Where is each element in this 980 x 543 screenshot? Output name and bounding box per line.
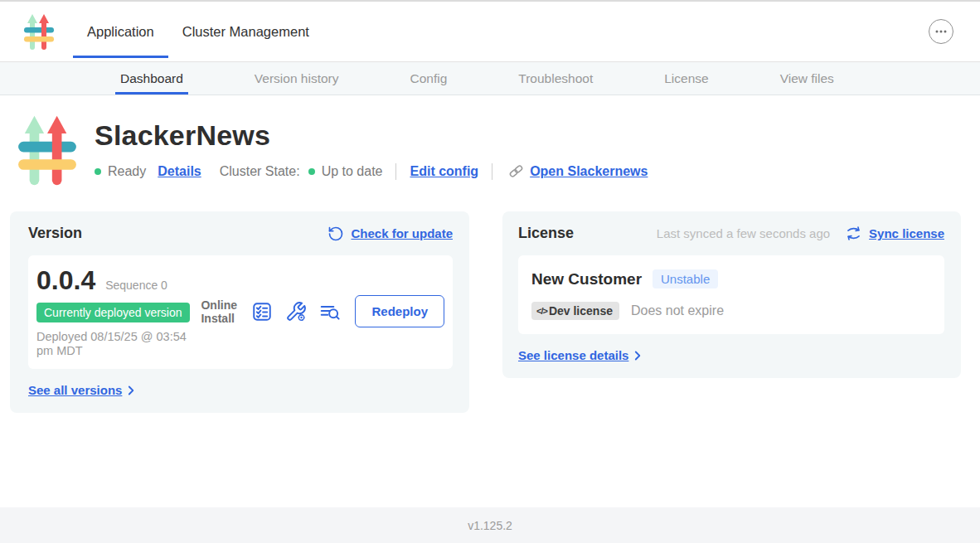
app-footer: v1.125.2	[0, 507, 980, 543]
subnav-item-version-history[interactable]: Version history	[250, 62, 344, 95]
subnav-view-files-label: View files	[780, 71, 834, 86]
app-status-dot	[95, 168, 101, 175]
version-actions: Online Install	[201, 295, 444, 327]
subnav-license-label: License	[664, 71, 708, 86]
page: Application Cluster Management Dashboard…	[0, 0, 980, 543]
header-tabs: Application Cluster Management	[73, 2, 323, 61]
tab-cluster-management-label: Cluster Management	[182, 24, 309, 40]
tab-cluster-management[interactable]: Cluster Management	[168, 2, 323, 61]
customer-name: New Customer	[531, 270, 642, 288]
license-card-title: License	[518, 225, 574, 242]
preflight-checks-button[interactable]	[251, 301, 273, 322]
subnav-item-dashboard[interactable]: Dashboard	[115, 62, 188, 95]
license-type-label: Dev license	[549, 304, 613, 318]
sync-license-group[interactable]: Sync license	[845, 225, 944, 242]
version-info: 0.0.4 Sequence 0 Currently deployed vers…	[36, 265, 201, 357]
edit-config-icon-button[interactable]	[285, 301, 307, 322]
version-sequence: Sequence 0	[105, 279, 167, 292]
cluster-state-label: Cluster State:	[220, 164, 300, 179]
current-version-panel: 0.0.4 Sequence 0 Currently deployed vers…	[28, 255, 453, 369]
subnav-troubleshoot-label: Troubleshoot	[518, 71, 593, 86]
app-status-text: Ready	[108, 164, 146, 179]
subnav-version-history-label: Version history	[255, 71, 339, 86]
app-hero: SlackerNews Ready Details Cluster State:…	[17, 109, 980, 190]
redeploy-button[interactable]: Redeploy	[355, 295, 444, 327]
see-license-details-link[interactable]: See license details	[518, 348, 628, 362]
subnav-dashboard-label: Dashboard	[120, 71, 183, 86]
chevron-right-icon	[128, 385, 135, 396]
ellipsis-icon	[934, 25, 948, 38]
lines-magnifier-icon	[319, 301, 341, 322]
app-logo-icon	[23, 11, 55, 52]
sync-license-link[interactable]: Sync license	[869, 226, 944, 240]
app-status-row: Ready Details Cluster State: Up to date …	[95, 162, 648, 180]
version-card: Version Check for update	[10, 211, 469, 413]
checklist-icon	[251, 301, 273, 322]
subnav-item-troubleshoot[interactable]: Troubleshoot	[513, 62, 598, 95]
license-expiration-text: Does not expire	[631, 303, 724, 318]
dashboard-cards: Version Check for update	[10, 211, 980, 413]
subnav-item-license[interactable]: License	[659, 62, 713, 95]
subnav-config-label: Config	[410, 71, 448, 86]
code-icon: </>	[536, 306, 547, 316]
open-app-link-group[interactable]: Open Slackernews	[507, 162, 648, 180]
tab-application-label: Application	[87, 24, 154, 40]
wrench-gear-icon	[285, 301, 307, 322]
console-version-text: v1.125.2	[468, 519, 512, 532]
last-synced-text: Last synced a few seconds ago	[657, 226, 830, 240]
chevron-right-icon	[634, 350, 642, 361]
app-header: Application Cluster Management	[0, 0, 980, 62]
cluster-status-dot	[308, 168, 315, 175]
channel-badge: Unstable	[653, 269, 718, 288]
license-card: License Last synced a few seconds ago	[502, 211, 961, 378]
details-link[interactable]: Details	[158, 164, 201, 179]
install-type-label: Online Install	[201, 298, 239, 325]
divider	[492, 163, 492, 180]
see-license-details-group[interactable]: See license details	[518, 348, 642, 362]
version-number: 0.0.4	[36, 265, 95, 296]
cluster-state-text: Up to date	[322, 164, 383, 179]
chain-link-icon	[507, 162, 525, 180]
sync-arrows-icon	[845, 225, 862, 242]
deployed-timestamp: Deployed 08/15/25 @ 03:54 pm MDT	[36, 330, 201, 357]
edit-config-link[interactable]: Edit config	[410, 164, 478, 179]
refresh-icon	[327, 225, 344, 242]
see-all-versions-group[interactable]: See all versions	[28, 383, 135, 397]
license-detail-panel: New Customer Unstable </> Dev license Do…	[518, 255, 944, 334]
divider	[395, 163, 396, 180]
check-for-update-link[interactable]: Check for update	[351, 226, 453, 240]
open-app-link[interactable]: Open Slackernews	[530, 164, 648, 179]
app-subnav: Dashboard Version history Config Trouble…	[0, 62, 980, 95]
page-title: SlackerNews	[95, 119, 648, 152]
see-all-versions-link[interactable]: See all versions	[28, 383, 122, 397]
deployed-status-badge: Currently deployed version	[36, 303, 190, 322]
main-content: SlackerNews Ready Details Cluster State:…	[0, 95, 980, 507]
subnav-item-config[interactable]: Config	[405, 62, 453, 95]
more-menu-button[interactable]	[929, 19, 953, 44]
app-logo-large-icon	[17, 109, 78, 190]
version-card-title: Version	[28, 225, 82, 242]
license-type-badge: </> Dev license	[531, 302, 619, 320]
tab-application[interactable]: Application	[73, 2, 168, 61]
view-diff-button[interactable]	[319, 301, 341, 322]
subnav-item-view-files[interactable]: View files	[775, 62, 839, 95]
check-for-update-group[interactable]: Check for update	[327, 225, 453, 242]
